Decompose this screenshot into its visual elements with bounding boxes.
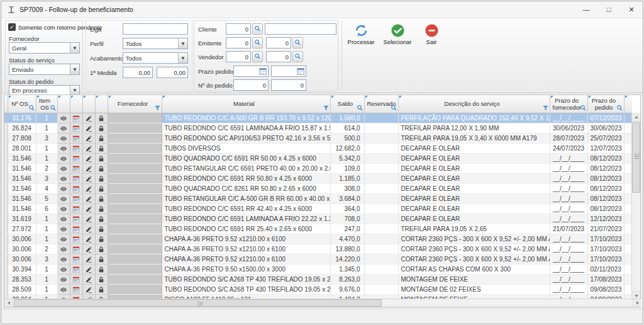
schedule-button[interactable] [70,193,82,203]
edit-button[interactable] [82,163,95,173]
schedule-button[interactable] [70,244,82,254]
view-button[interactable] [57,284,70,294]
table-row[interactable]: 26.8241TUBO REDONDO C/C 6591 LAMINADA A … [4,123,632,133]
vendedor-search-button-1[interactable] [252,51,263,62]
edit-button[interactable] [82,274,95,284]
view-button[interactable] [57,153,70,163]
column-header-schedule[interactable] [70,95,82,113]
lock-button[interactable] [95,224,108,234]
edit-button[interactable] [82,143,95,153]
column-header-fornecedor[interactable]: Fornecedor [108,95,162,113]
search-icon[interactable] [28,105,35,111]
edit-button[interactable] [82,173,95,183]
edit-button[interactable] [82,284,95,294]
vendedor-code-input-1[interactable] [226,51,251,62]
table-row[interactable]: 30.0063CHAPA A-36 PRETO 9.52 x1210.00 x … [4,254,632,264]
vendedor-search-button-2[interactable] [292,51,303,62]
view-button[interactable] [57,143,70,153]
schedule-button[interactable] [70,224,82,234]
calendar-icon[interactable] [296,67,305,76]
edit-button[interactable] [82,133,95,143]
lock-button[interactable] [95,203,108,214]
table-row[interactable]: 31.5466TUBO REDONDO C/C 6591 RR 42.40 x … [4,203,632,214]
medida-input-2[interactable] [157,67,188,78]
view-button[interactable] [57,163,70,173]
table-row[interactable]: 30.0061CHAPA A-36 PRETO 9.52 x1210.00 x … [4,234,632,244]
schedule-button[interactable] [70,254,82,264]
column-header-edit[interactable] [82,95,95,113]
column-header-lock[interactable] [95,95,108,113]
horizontal-scroll-thumb[interactable] [14,299,382,307]
prazo-pedido-from-input[interactable] [233,66,269,77]
table-row[interactable]: 31.5461TUBO QUADRADO C/C 6591 RR 50.00 x… [4,153,632,163]
lock-button[interactable] [95,173,108,183]
sair-button[interactable]: Sair [418,22,445,45]
acabamento-select[interactable]: Todos ▼ [123,52,188,64]
table-row[interactable]: 28.0011TUBOS DIVERSOS12.682,0DECAPAR E O… [4,143,632,153]
cliente-code-input[interactable] [226,23,251,35]
fornecedor-select[interactable]: Geral ▼ [9,42,80,54]
scroll-up-button[interactable] [632,113,640,122]
lock-button[interactable] [95,113,108,123]
search-icon[interactable] [616,105,623,111]
view-button[interactable] [57,193,70,203]
edit-button[interactable] [82,183,95,193]
view-button[interactable] [57,254,70,264]
perfil-select[interactable]: Todos ▼ [123,38,188,49]
lock-button[interactable] [95,143,108,153]
prazo-pedido-to-input[interactable] [271,66,306,77]
table-row[interactable]: 31.6191TUBO REDONDO C/C 6591 LAMINADA A … [4,214,632,224]
schedule-button[interactable] [70,274,82,284]
vendedor-code-input-2[interactable] [266,51,291,62]
column-header-os[interactable]: Nº OS [8,95,36,113]
column-header-descricao[interactable]: Descrição do serviço [398,95,550,113]
cliente-search-button[interactable] [252,23,263,35]
column-header-reservado[interactable]: Reservado [364,95,398,113]
table-row[interactable]: 31.5465TUBO RETANGULAR C/C A-500 GR B RR… [4,193,632,203]
lock-button[interactable] [95,274,108,284]
view-button[interactable] [57,123,70,133]
schedule-button[interactable] [70,214,82,224]
table-row[interactable]: 30.3941CHAPA A-36 PRETO 9.50 x1500.00 x … [4,264,632,274]
view-button[interactable] [57,244,70,254]
status-servico-select[interactable]: Enviado ▼ [9,64,80,75]
column-header-view[interactable] [57,95,70,113]
schedule-button[interactable] [70,284,82,294]
lock-button[interactable] [95,133,108,143]
edit-button[interactable] [82,153,95,163]
edit-button[interactable] [82,203,95,214]
table-row[interactable]: 31.5463TUBO REDONDO C/C 6591 RR 50.80 x … [4,173,632,183]
schedule-button[interactable] [70,173,82,183]
view-button[interactable] [57,173,70,183]
schedule-button[interactable] [70,203,82,214]
table-row[interactable]: 28.5091TUBO REDONDO S/C A268 TP 430 TREF… [4,284,632,294]
schedule-button[interactable] [70,234,82,244]
column-header-prazo-fornecedor[interactable]: Prazo do fornecedor [550,95,587,113]
lock-button[interactable] [95,193,108,203]
lock-button[interactable] [95,214,108,224]
schedule-button[interactable] [70,153,82,163]
search-icon[interactable] [580,105,587,111]
table-row[interactable]: 27.8083TUBO REDONDO S/C API/106/53 PRETO… [4,133,632,143]
scroll-left-button[interactable] [4,299,13,307]
view-button[interactable] [57,214,70,224]
view-button[interactable] [57,133,70,143]
lock-button[interactable] [95,254,108,264]
edit-button[interactable] [82,234,95,244]
view-button[interactable] [57,183,70,193]
table-row[interactable]: 31.5462TUBO RETANGULAR C/C 6591 PRETO 40… [4,163,632,173]
table-row[interactable]: 28.3531TUBO REDONDO S/C A268 TP 430 TREF… [4,274,632,284]
schedule-button[interactable] [70,264,82,274]
close-button[interactable]: ✕ [620,1,643,18]
view-button[interactable] [57,234,70,244]
medida-input-1[interactable] [123,67,153,78]
selecionar-button[interactable]: Selecionar [380,22,415,45]
table-row[interactable]: 31.5464TUBO QUADRADO C/C 8261 RR 50.80 x… [4,183,632,193]
maximize-button[interactable]: □ [597,1,620,18]
processar-button[interactable]: Processar [343,22,379,45]
table-row[interactable]: 27.9721TUBO REDONDO C/C 6591 RR 25.40 x … [4,224,632,234]
lock-button[interactable] [95,234,108,244]
column-header-item[interactable]: Item OS [36,95,57,113]
search-icon[interactable] [50,105,57,111]
numero-pedido-from-input[interactable] [233,79,269,91]
